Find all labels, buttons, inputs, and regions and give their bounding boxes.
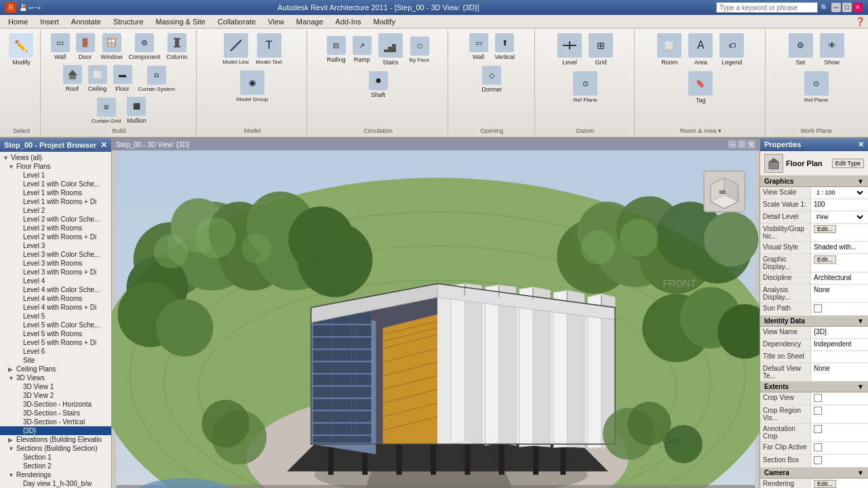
viewport[interactable]: Step_00 - 3D View: {3D} ─ □ ✕ xyxy=(112,138,760,488)
prop-value-view-name[interactable]: {3D} xyxy=(811,327,868,338)
viewport-controls[interactable]: ─ □ ✕ xyxy=(728,140,755,148)
ribbon-btn-curtain-system[interactable]: ⊟ Curtain System xyxy=(136,64,178,94)
menu-massing[interactable]: Massing & Site xyxy=(151,16,211,27)
ribbon-btn-column[interactable]: Column xyxy=(163,31,190,62)
tree-item[interactable]: 3D-Section - Stairs xyxy=(0,409,111,418)
crop-region-checkbox[interactable] xyxy=(814,407,822,415)
ribbon-btn-stairs[interactable]: Stairs xyxy=(376,31,406,68)
menu-view[interactable]: View xyxy=(262,16,290,27)
ribbon-btn-model-group[interactable]: ◉ Model Group xyxy=(234,68,271,104)
ribbon-btn-dormer[interactable]: ◇ Dormer xyxy=(479,64,505,95)
menu-home[interactable]: Home xyxy=(3,16,33,27)
ribbon-btn-window[interactable]: 🪟 Window xyxy=(98,31,125,62)
ribbon-btn-vertical[interactable]: ⬆ Vertical xyxy=(492,31,518,62)
far-clip-checkbox[interactable] xyxy=(814,443,822,451)
prop-value-discipline[interactable]: Architectural xyxy=(811,272,868,284)
tree-item[interactable]: Level 6 xyxy=(0,347,111,356)
tree-item[interactable]: Level 1 with Rooms + Di xyxy=(0,197,111,206)
identity-section-expander[interactable]: ▼ xyxy=(857,317,864,325)
viewport-canvas[interactable]: FRONT Crop 3D xyxy=(112,150,760,488)
prop-value-crop-view[interactable] xyxy=(811,392,868,405)
tree-item[interactable]: Level 3 xyxy=(0,241,111,250)
tree-item[interactable]: ▶Elevations (Building Elevatio xyxy=(0,435,111,444)
menu-structure[interactable]: Structure xyxy=(108,16,149,27)
tree-item[interactable]: Level 4 xyxy=(0,277,111,285)
tree-item[interactable]: Level 3 with Rooms xyxy=(0,259,111,268)
minimize-button[interactable]: ─ xyxy=(831,3,841,12)
prop-edit-type-button[interactable]: Edit Type xyxy=(832,159,864,168)
prop-section-graphics[interactable]: Graphics ▼ xyxy=(760,176,868,187)
ribbon-btn-shaft[interactable]: ⬢ Shaft xyxy=(366,69,391,100)
prop-value-section-box[interactable] xyxy=(811,455,868,467)
prop-value-far-clip[interactable] xyxy=(811,442,868,454)
prop-value-crop-region[interactable] xyxy=(811,405,868,423)
ribbon-btn-ref-plane2[interactable]: ⊙ Ref Plane xyxy=(802,69,831,105)
help-button[interactable]: ❓ xyxy=(855,17,865,26)
prop-section-camera[interactable]: Camera ▼ xyxy=(760,468,868,479)
tree-item[interactable]: Level 4 with Color Sche... xyxy=(0,285,111,294)
prop-value-dependency[interactable]: Independent xyxy=(811,339,868,350)
annotation-crop-checkbox[interactable] xyxy=(814,425,822,433)
visibility-graphic-edit-btn[interactable]: Edit... xyxy=(814,225,836,233)
ribbon-btn-by-face[interactable]: ⬡ By Face xyxy=(407,35,432,65)
tree-item[interactable]: ▼3D Views xyxy=(0,373,111,382)
prop-value-title-on-sheet[interactable] xyxy=(811,351,868,363)
viewport-minimize[interactable]: ─ xyxy=(728,140,736,148)
ribbon-btn-modify[interactable]: ✏️ Modify xyxy=(6,31,36,68)
qa-redo[interactable]: ↪ xyxy=(35,4,41,12)
rendering-edit-btn[interactable]: Edit... xyxy=(814,480,836,488)
ribbon-btn-tag[interactable]: 🔖 Tag xyxy=(686,69,715,106)
tree-item[interactable]: ▼Renderings xyxy=(0,470,111,479)
tree-item[interactable]: 3D View 2 xyxy=(0,391,111,400)
search-icon[interactable]: 🔍 xyxy=(821,4,829,12)
ribbon-btn-ramp[interactable]: ↗ Ramp xyxy=(350,34,374,65)
tree-item[interactable]: Level 3 with Color Sche... xyxy=(0,250,111,259)
tree-item[interactable]: Level 5 xyxy=(0,312,111,321)
tree-item[interactable]: Level 2 with Rooms + Di xyxy=(0,232,111,241)
prop-value-scale-value[interactable]: 100 xyxy=(811,199,868,211)
qa-undo[interactable]: ↩ xyxy=(28,4,34,12)
tree-item[interactable]: Level 1 with Color Sche... xyxy=(0,180,111,188)
tree-item[interactable]: ▼Views (all) xyxy=(0,153,111,162)
prop-value-annotation-crop[interactable] xyxy=(811,424,868,441)
prop-value-rendering[interactable]: Edit... xyxy=(811,479,868,488)
prop-value-sun-path[interactable] xyxy=(811,303,868,315)
ribbon-btn-curtain-grid[interactable]: ⊞ Curtain Grid xyxy=(89,96,123,126)
ribbon-btn-area[interactable]: A Area xyxy=(686,31,715,68)
tree-item[interactable]: Level 2 xyxy=(0,206,111,215)
tree-item[interactable]: 3D-Section - Horizonta xyxy=(0,400,111,409)
window-controls[interactable]: ─ □ ✕ xyxy=(831,3,863,12)
graphics-section-expander[interactable]: ▼ xyxy=(857,178,864,185)
menu-modify[interactable]: Modify xyxy=(368,16,401,27)
tree-item[interactable]: Level 1 with Rooms xyxy=(0,188,111,197)
ribbon-btn-mullion[interactable]: ⬛ Mullion xyxy=(124,95,149,126)
navigation-cube[interactable]: 3D xyxy=(704,171,745,211)
quick-access-toolbar[interactable]: 💾 ↩ ↪ xyxy=(19,4,41,12)
tree-item[interactable]: Level 5 with Color Sche... xyxy=(0,321,111,329)
pb-close-button[interactable]: ✕ xyxy=(100,140,107,150)
tree-item[interactable]: Level 2 with Rooms xyxy=(0,224,111,232)
tree-item[interactable]: Section 1 xyxy=(0,453,111,462)
ribbon-btn-show[interactable]: 👁 Show xyxy=(817,31,847,68)
prop-section-extents[interactable]: Extents ▼ xyxy=(760,382,868,392)
ribbon-btn-room[interactable]: ⬜ Room xyxy=(654,31,684,68)
menu-insert[interactable]: Insert xyxy=(35,16,64,27)
ribbon-btn-model-line[interactable]: Model Line xyxy=(220,31,252,67)
tree-item[interactable]: Level 2 with Color Sche... xyxy=(0,215,111,224)
prop-value-view-scale[interactable]: 1 : 100 xyxy=(811,187,868,199)
ribbon-btn-door[interactable]: 🚪 Door xyxy=(73,31,98,62)
tree-item[interactable]: Level 1 xyxy=(0,171,111,180)
ribbon-btn-ceiling[interactable]: ⬜ Ceiling xyxy=(85,63,110,94)
tree-item[interactable]: 3D-Section - Vertical xyxy=(0,418,111,426)
tree-item[interactable]: ▼Floor Plans xyxy=(0,162,111,171)
section-box-checkbox[interactable] xyxy=(814,456,822,464)
prop-value-default-view[interactable]: None xyxy=(811,363,868,381)
tree-item[interactable]: Section 2 xyxy=(0,462,111,470)
qa-save[interactable]: 💾 xyxy=(19,4,27,12)
tree-item[interactable]: Site xyxy=(0,356,111,365)
maximize-button[interactable]: □ xyxy=(842,3,852,12)
properties-close[interactable]: ✕ xyxy=(858,140,864,149)
tree-item[interactable]: ▶Ceiling Plans xyxy=(0,365,111,373)
camera-section-expander[interactable]: ▼ xyxy=(857,469,864,476)
sun-path-checkbox[interactable] xyxy=(814,304,822,312)
